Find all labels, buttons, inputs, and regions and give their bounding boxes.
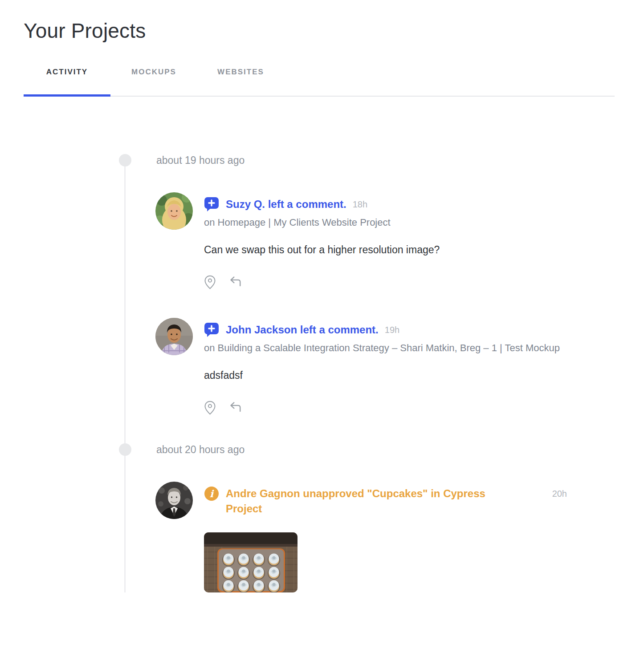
event-heading: Suzy Q. left a comment. 18h (204, 197, 567, 212)
comment-text: adsfadsf (204, 369, 567, 382)
tab-activity[interactable]: ACTIVITY (24, 68, 110, 97)
timeline-dot (119, 443, 131, 456)
activity-timeline: about 19 hours ago (119, 154, 615, 592)
comment-plus-icon (204, 197, 219, 212)
timeline-group-label: about 19 hours ago (156, 154, 245, 166)
event-timestamp: 19h (385, 322, 399, 337)
event-content: John Jackson left a comment. 19h on Buil… (204, 318, 567, 415)
event-content: i Andre Gagnon unapproved "Cupcakes" in … (204, 482, 567, 592)
event-timestamp: 18h (353, 197, 367, 212)
your-projects-page: Your Projects ACTIVITY MOCKUPS WEBSITES … (0, 0, 644, 649)
event-heading: i Andre Gagnon unapproved "Cupcakes" in … (204, 486, 567, 516)
event-content: Suzy Q. left a comment. 18h on Homepage … (204, 192, 567, 289)
activity-event-john-comment: John Jackson left a comment. 19h on Buil… (155, 318, 615, 415)
timeline-group-header: about 20 hours ago (119, 443, 615, 456)
tab-mockups[interactable]: MOCKUPS (110, 68, 197, 97)
activity-event-suzy-comment: Suzy Q. left a comment. 18h on Homepage … (155, 192, 615, 289)
timeline-group-20h: about 20 hours ago (119, 443, 615, 592)
comment-text: Can we swap this out for a higher resolu… (204, 243, 567, 256)
location-pin-icon (204, 275, 216, 289)
event-title-link[interactable]: Andre Gagnon unapproved "Cupcakes" in Cy… (226, 486, 520, 516)
tab-websites[interactable]: WEBSITES (197, 68, 284, 97)
location-pin-button[interactable] (204, 275, 216, 289)
event-title-link[interactable]: Suzy Q. left a comment. (226, 197, 346, 212)
timeline-group-19h: about 19 hours ago (119, 154, 615, 415)
event-timestamp: 20h (552, 486, 567, 501)
cupcakes-thumbnail[interactable] (204, 532, 298, 592)
reply-button[interactable] (229, 401, 243, 414)
event-title-link[interactable]: John Jackson left a comment. (226, 322, 379, 337)
avatar-john-jackson[interactable] (155, 318, 193, 355)
cupcakes-thumbnail-image (204, 532, 298, 592)
avatar-john-jackson-image (155, 318, 193, 355)
event-context: on Building a Scalable Integration Strat… (204, 340, 560, 356)
comment-plus-icon (204, 322, 219, 337)
reply-icon (229, 276, 243, 289)
info-icon: i (204, 486, 219, 501)
location-pin-icon (204, 401, 216, 415)
page-title: Your Projects (24, 19, 615, 43)
reply-button[interactable] (229, 276, 243, 289)
avatar-andre-gagnon[interactable] (155, 482, 193, 519)
tab-bar: ACTIVITY MOCKUPS WEBSITES (24, 68, 615, 97)
timeline-dot (119, 154, 131, 166)
avatar-andre-gagnon-image (155, 482, 193, 519)
reply-icon (229, 401, 243, 414)
event-context: on Homepage | My Clients Website Project (204, 215, 560, 231)
timeline-group-header: about 19 hours ago (119, 154, 615, 166)
avatar-suzy-q-image (155, 192, 193, 230)
event-actions (204, 275, 567, 289)
timeline-line (124, 160, 126, 592)
event-actions (204, 401, 567, 415)
event-heading: John Jackson left a comment. 19h (204, 322, 567, 337)
location-pin-button[interactable] (204, 401, 216, 415)
avatar-suzy-q[interactable] (155, 192, 193, 230)
activity-event-andre-unapproved: i Andre Gagnon unapproved "Cupcakes" in … (155, 482, 615, 592)
timeline-group-label: about 20 hours ago (156, 444, 245, 456)
